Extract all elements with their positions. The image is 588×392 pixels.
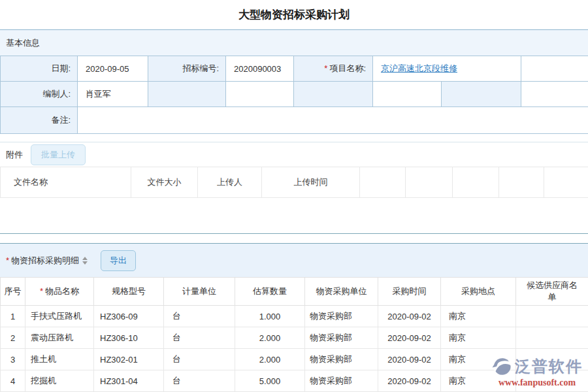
sort-up-arrow-icon <box>82 257 88 260</box>
cell-seq: 3 <box>1 349 25 370</box>
cell-seq: 2 <box>1 327 25 349</box>
form-row-remark: 备注: <box>1 107 588 134</box>
section-divider <box>0 233 588 234</box>
cell-unit: 台 <box>164 370 235 392</box>
empty-value-cell <box>373 82 442 107</box>
vendor-watermark: 泛普软件 www.fanpusoft.com <box>491 356 583 388</box>
attachments-empty-body <box>0 198 588 233</box>
cell-spec-model: HZ301-04 <box>94 370 164 392</box>
preparer-value: 肖亚军 <box>78 82 148 107</box>
cell-seq: 1 <box>1 306 25 327</box>
cell-est-qty: 5.000 <box>235 370 305 392</box>
sort-down-arrow-icon <box>82 261 88 265</box>
cell-item-name: 推土机 <box>25 349 94 370</box>
empty-value-cell <box>521 82 588 107</box>
cell-purchase-dept: 物资采购部 <box>305 349 378 370</box>
attachments-table: 文件名称 文件大小 上传人 上传时间 <box>0 167 588 198</box>
attachments-bar: 附件 批量上传 <box>0 142 588 167</box>
remark-value <box>78 107 588 134</box>
cell-item-name: 手扶式压路机 <box>25 306 94 327</box>
col-purchase-dept: 物资采购单位 <box>305 278 378 306</box>
export-button[interactable]: 导出 <box>101 250 136 271</box>
col-candidate-suppliers: 候选供应商名单 <box>516 278 588 306</box>
col-empty <box>499 167 544 198</box>
cell-unit: 台 <box>164 349 235 370</box>
title-bar: 大型物资招标采购计划 <box>0 0 588 29</box>
page: 大型物资招标采购计划 基本信息 日期: 2020-09-05 招标编号: 202… <box>0 0 588 392</box>
col-upload-time: 上传时间 <box>262 167 360 198</box>
cell-purchase-time: 2020-09-02 <box>378 349 441 370</box>
empty-label-cell <box>442 82 521 107</box>
col-file-name: 文件名称 <box>1 167 131 198</box>
cell-purchase-place: 南京 <box>441 327 516 349</box>
detail-header-row: 序号 *物品名称 规格型号 计量单位 估算数量 物资采购单位 采购时间 采购地点… <box>1 278 588 306</box>
cell-purchase-time: 2020-09-02 <box>378 370 441 392</box>
cell-candidate-suppliers <box>516 306 588 327</box>
cell-purchase-dept: 物资采购部 <box>305 327 378 349</box>
cell-purchase-time: 2020-09-02 <box>378 306 441 327</box>
empty-value-cell <box>521 56 588 82</box>
col-empty <box>406 167 453 198</box>
cell-seq: 4 <box>1 370 25 392</box>
attachments-section: 附件 批量上传 文件名称 文件大小 上传人 上传时间 <box>0 142 588 233</box>
date-label: 日期: <box>1 56 78 82</box>
empty-label-cell <box>294 82 373 107</box>
cell-purchase-dept: 物资采购部 <box>305 370 378 392</box>
cell-spec-model: HZ302-01 <box>94 349 164 370</box>
project-name-link[interactable]: 京沪高速北京段维修 <box>381 63 457 73</box>
basic-info-title: 基本信息 <box>6 37 40 49</box>
required-asterisk: * <box>40 286 43 296</box>
batch-upload-button[interactable]: 批量上传 <box>31 144 86 165</box>
watermark-brand-text: 泛普软件 <box>515 356 583 377</box>
col-purchase-place: 采购地点 <box>441 278 516 306</box>
required-asterisk: * <box>6 255 9 265</box>
remark-label: 备注: <box>1 107 78 134</box>
watermark-url-text: www.fanpusoft.com <box>491 378 583 388</box>
cell-unit: 台 <box>164 327 235 349</box>
col-unit: 计量单位 <box>164 278 235 306</box>
detail-section-header: * 物资招标采购明细 导出 <box>0 243 588 277</box>
form-row-1: 日期: 2020-09-05 招标编号: 2020090003 *项目名称: 京… <box>1 56 588 82</box>
sort-toggle-icon[interactable] <box>82 257 88 265</box>
cell-unit: 台 <box>164 306 235 327</box>
col-file-size: 文件大小 <box>131 167 198 198</box>
date-value: 2020-09-05 <box>78 56 148 82</box>
basic-info-header: 基本信息 <box>0 30 588 56</box>
table-row: 2 震动压路机 HZ306-10 台 2.000 物资采购部 2020-09-0… <box>1 327 588 349</box>
cell-purchase-place: 南京 <box>441 306 516 327</box>
required-asterisk: * <box>324 63 327 73</box>
cell-candidate-suppliers <box>516 327 588 349</box>
cell-est-qty: 1.000 <box>235 306 305 327</box>
col-empty <box>544 167 588 198</box>
basic-info-section: 基本信息 日期: 2020-09-05 招标编号: 2020090003 *项目… <box>0 29 588 134</box>
fanpu-logo-icon <box>491 356 512 377</box>
col-seq: 序号 <box>1 278 25 306</box>
project-name-cell: 京沪高速北京段维修 <box>373 56 521 82</box>
project-name-label: *项目名称: <box>294 56 373 82</box>
col-empty <box>360 167 406 198</box>
cell-purchase-dept: 物资采购部 <box>305 306 378 327</box>
form-row-2: 编制人: 肖亚军 <box>1 82 588 107</box>
table-row: 1 手扶式压路机 HZ306-09 台 1.000 物资采购部 2020-09-… <box>1 306 588 327</box>
cell-est-qty: 2.000 <box>235 327 305 349</box>
empty-label-cell <box>148 82 226 107</box>
page-title: 大型物资招标采购计划 <box>238 7 350 22</box>
basic-info-table: 日期: 2020-09-05 招标编号: 2020090003 *项目名称: 京… <box>0 56 588 134</box>
col-est-qty: 估算数量 <box>235 278 305 306</box>
col-spec-model: 规格型号 <box>94 278 164 306</box>
cell-item-name: 震动压路机 <box>25 327 94 349</box>
cell-purchase-time: 2020-09-02 <box>378 327 441 349</box>
bid-no-value: 2020090003 <box>226 56 294 82</box>
col-item-name: *物品名称 <box>25 278 94 306</box>
empty-value-cell <box>226 82 294 107</box>
cell-spec-model: HZ306-10 <box>94 327 164 349</box>
watermark-brand-row: 泛普软件 <box>491 356 583 377</box>
cell-est-qty: 2.000 <box>235 349 305 370</box>
cell-spec-model: HZ306-09 <box>94 306 164 327</box>
detail-section-title: 物资招标采购明细 <box>11 255 79 267</box>
col-purchase-time: 采购时间 <box>378 278 441 306</box>
attachments-title: 附件 <box>6 149 23 161</box>
cell-item-name: 挖掘机 <box>25 370 94 392</box>
preparer-label: 编制人: <box>1 82 78 107</box>
col-empty <box>453 167 499 198</box>
